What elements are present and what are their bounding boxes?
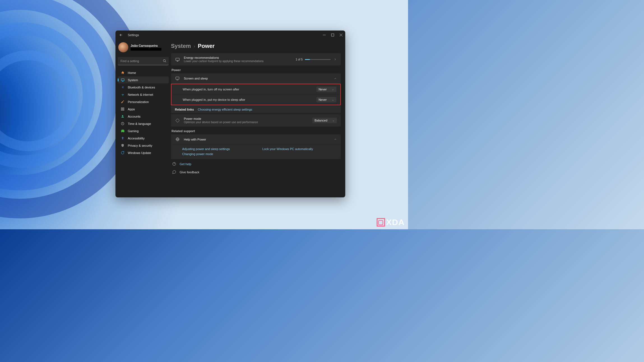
energy-recommendations-card[interactable]: Energy recommendations Lower your carbon… bbox=[171, 53, 341, 66]
personalization-icon bbox=[121, 100, 125, 104]
sidebar-item-label: Accounts bbox=[128, 115, 140, 118]
give-feedback-link[interactable]: Give feedback bbox=[171, 169, 341, 175]
help-link-lock[interactable]: Lock your Windows PC automatically bbox=[262, 147, 337, 151]
related-link-sleep-settings[interactable]: Choosing energy efficient sleep settings bbox=[198, 108, 252, 111]
energy-icon bbox=[175, 57, 180, 62]
sidebar-item-accounts[interactable]: Accounts bbox=[118, 113, 169, 120]
sleep-value: Never bbox=[319, 98, 327, 101]
sidebar-item-label: Gaming bbox=[128, 129, 139, 133]
profile-name: João Carrasqueira bbox=[131, 44, 161, 47]
screen-off-label: When plugged in, turn off my screen afte… bbox=[183, 88, 316, 91]
related-support-label: Related support bbox=[172, 129, 341, 133]
breadcrumb-parent[interactable]: System bbox=[171, 43, 191, 49]
sidebar-item-gaming[interactable]: Gaming bbox=[118, 127, 169, 134]
sidebar-item-home[interactable]: Home bbox=[118, 69, 169, 76]
settings-window: Settings João Carrasqueira HomeS bbox=[115, 31, 345, 197]
privacy-icon bbox=[121, 143, 125, 148]
energy-progress-bar bbox=[305, 59, 331, 60]
svg-point-9 bbox=[122, 137, 123, 137]
sidebar-item-apps[interactable]: Apps bbox=[118, 106, 169, 113]
sidebar-item-label: Network & internet bbox=[128, 93, 153, 96]
back-button[interactable] bbox=[118, 32, 124, 38]
power-mode-dropdown[interactable]: Balanced ⌄ bbox=[312, 118, 337, 123]
give-feedback-label: Give feedback bbox=[180, 171, 199, 174]
time-language-icon bbox=[121, 122, 125, 126]
feedback-icon bbox=[172, 170, 176, 174]
sidebar-item-network-internet[interactable]: Network & internet bbox=[118, 91, 169, 98]
power-mode-sub: Optimize your device based on power use … bbox=[184, 121, 308, 124]
related-links-row: Related links Choosing energy efficient … bbox=[171, 105, 341, 113]
sidebar-item-label: Time & language bbox=[128, 122, 151, 125]
sleep-dropdown[interactable]: Never ⌄ bbox=[316, 97, 336, 102]
chevron-down-icon: ⌄ bbox=[332, 98, 334, 101]
window-title: Settings bbox=[128, 33, 139, 37]
sidebar-item-label: Personalization bbox=[128, 100, 149, 104]
help-icon bbox=[172, 162, 176, 166]
help-header[interactable]: Help with Power bbox=[171, 134, 341, 144]
related-links-label: Related links bbox=[175, 108, 194, 111]
accounts-icon bbox=[121, 114, 125, 118]
sidebar: João Carrasqueira HomeSystemBluetooth & … bbox=[115, 39, 171, 197]
svg-rect-11 bbox=[176, 77, 179, 80]
svg-rect-10 bbox=[176, 58, 179, 60]
sidebar-item-label: Home bbox=[128, 71, 136, 74]
get-help-link[interactable]: Get help bbox=[171, 161, 341, 167]
power-mode-card: Power mode Optimize your device based on… bbox=[171, 114, 341, 127]
energy-sub: Lower your carbon footprint by applying … bbox=[184, 60, 292, 63]
screen-off-dropdown[interactable]: Never ⌄ bbox=[316, 87, 336, 92]
sidebar-item-label: Apps bbox=[128, 108, 135, 111]
sidebar-item-accessibility[interactable]: Accessibility bbox=[118, 135, 169, 142]
chevron-up-icon bbox=[334, 77, 337, 80]
profile-email-redacted bbox=[131, 48, 161, 51]
chevron-down-icon: ⌄ bbox=[332, 88, 334, 91]
avatar bbox=[118, 42, 128, 52]
accessibility-icon bbox=[121, 136, 125, 140]
screen-icon bbox=[175, 76, 180, 81]
energy-title: Energy recommendations bbox=[184, 56, 292, 59]
sidebar-item-system[interactable]: System bbox=[118, 76, 169, 83]
bluetooth-icon bbox=[121, 85, 125, 89]
help-link-changing[interactable]: Changing power mode bbox=[182, 152, 257, 156]
sleep-label: When plugged in, put my device to sleep … bbox=[183, 98, 316, 101]
help-expander: Help with Power Adjusting power and slee… bbox=[171, 134, 341, 159]
highlight-annotation: When plugged in, turn off my screen afte… bbox=[171, 84, 341, 105]
screen-sleep-title: Screen and sleep bbox=[184, 77, 330, 80]
breadcrumb: System › Power bbox=[171, 43, 341, 49]
network-icon bbox=[121, 92, 125, 97]
sidebar-item-label: Windows Update bbox=[128, 151, 151, 155]
main-content: System › Power Energy recommendations Lo… bbox=[171, 39, 345, 197]
svg-point-1 bbox=[163, 60, 166, 62]
energy-progress-text: 1 of 5 bbox=[296, 58, 303, 61]
home-icon bbox=[121, 71, 125, 75]
profile-block[interactable]: João Carrasqueira bbox=[118, 41, 169, 55]
chevron-right-icon: › bbox=[194, 44, 195, 48]
close-button[interactable] bbox=[337, 31, 345, 39]
svg-rect-6 bbox=[123, 109, 124, 111]
maximize-button[interactable] bbox=[328, 31, 337, 39]
minimize-button[interactable] bbox=[320, 31, 328, 39]
gaming-icon bbox=[121, 129, 125, 133]
chevron-right-icon bbox=[333, 58, 337, 61]
sidebar-item-windows-update[interactable]: Windows Update bbox=[118, 149, 169, 156]
sidebar-item-label: Bluetooth & devices bbox=[128, 86, 155, 89]
sidebar-item-personalization[interactable]: Personalization bbox=[118, 98, 169, 105]
watermark: ▢ XDA bbox=[377, 218, 405, 227]
help-title: Help with Power bbox=[184, 138, 330, 141]
screen-sleep-header[interactable]: Screen and sleep bbox=[171, 73, 341, 83]
search-input[interactable] bbox=[118, 57, 169, 65]
power-mode-value: Balanced bbox=[314, 119, 327, 122]
sidebar-item-privacy-security[interactable]: Privacy & security bbox=[118, 142, 169, 149]
apps-icon bbox=[121, 107, 125, 111]
get-help-label: Get help bbox=[180, 162, 191, 166]
screen-off-row: When plugged in, turn off my screen afte… bbox=[172, 84, 340, 94]
sidebar-item-bluetooth-devices[interactable]: Bluetooth & devices bbox=[118, 84, 169, 91]
svg-rect-5 bbox=[121, 109, 122, 111]
nav-list: HomeSystemBluetooth & devicesNetwork & i… bbox=[118, 69, 169, 156]
power-mode-icon bbox=[175, 118, 180, 123]
update-icon bbox=[121, 151, 125, 155]
sidebar-item-time-language[interactable]: Time & language bbox=[118, 120, 169, 127]
sidebar-item-label: System bbox=[128, 78, 138, 82]
help-link-adjusting[interactable]: Adjusting power and sleep settings bbox=[182, 147, 257, 151]
chevron-up-icon bbox=[334, 138, 337, 141]
sidebar-item-label: Accessibility bbox=[128, 137, 145, 140]
